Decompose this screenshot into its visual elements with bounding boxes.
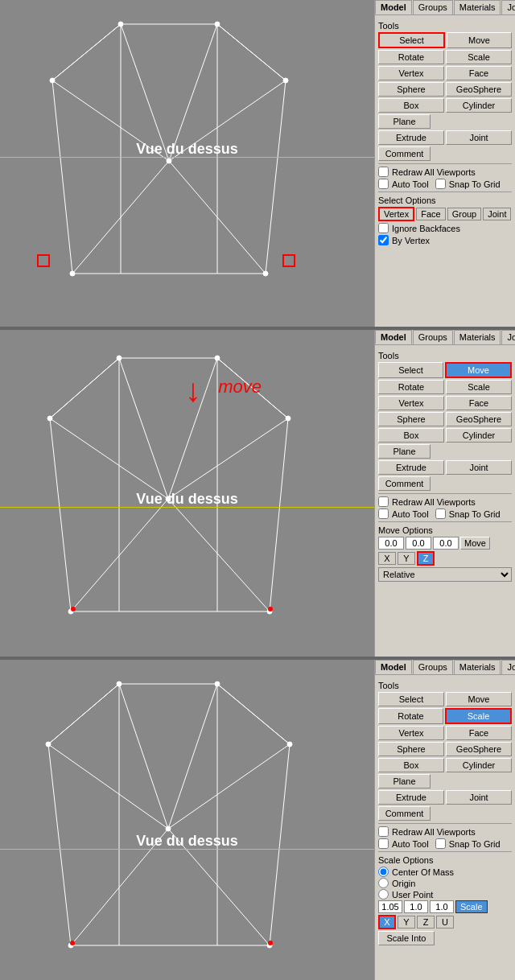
- y-axis-btn[interactable]: Y: [398, 552, 415, 565]
- tab-materials-1[interactable]: Materials: [454, 0, 501, 14]
- comment-btn-1[interactable]: Comment: [378, 146, 431, 161]
- autotool-check-3[interactable]: Auto Tool: [378, 838, 429, 849]
- relative-dropdown[interactable]: Relative: [378, 567, 512, 582]
- select-btn-2[interactable]: Select: [378, 362, 443, 378]
- sphere-btn-1[interactable]: Sphere: [378, 82, 444, 97]
- tab-model-3[interactable]: Model: [375, 660, 412, 674]
- tab-model-1[interactable]: Model: [375, 0, 412, 14]
- rotate-btn-3[interactable]: Rotate: [378, 708, 443, 724]
- joint-btn-3[interactable]: Joint: [446, 790, 512, 805]
- autotool-checkbox-1[interactable]: [378, 179, 389, 189]
- x-axis-btn[interactable]: X: [378, 552, 396, 565]
- cylinder-btn-2[interactable]: Cylinder: [446, 428, 512, 443]
- tab-groups-3[interactable]: Groups: [413, 660, 453, 674]
- by-vertex-1[interactable]: By Vertex: [378, 235, 512, 245]
- joint-btn-2[interactable]: Joint: [446, 460, 512, 475]
- x-scale-axis-btn[interactable]: X: [378, 915, 396, 929]
- extrude-btn-1[interactable]: Extrude: [378, 130, 444, 145]
- sphere-btn-3[interactable]: Sphere: [378, 742, 444, 756]
- move-btn-2[interactable]: Move: [445, 362, 512, 378]
- user-point-rb[interactable]: [378, 889, 389, 900]
- u-scale-axis-btn[interactable]: U: [436, 916, 454, 929]
- vertex-btn-1[interactable]: Vertex: [378, 66, 444, 80]
- geosphere-btn-3[interactable]: GeoSphere: [446, 742, 512, 756]
- joint-opt-btn-1[interactable]: Joint: [483, 208, 511, 220]
- move-y-input[interactable]: [406, 537, 431, 550]
- scale-btn-2[interactable]: Scale: [446, 380, 512, 394]
- tab-joints-2[interactable]: Joints: [501, 330, 515, 344]
- tab-materials-3[interactable]: Materials: [454, 660, 501, 674]
- z-axis-btn[interactable]: Z: [417, 551, 435, 566]
- face-btn-1[interactable]: Face: [446, 66, 512, 80]
- by-vertex-cb-1[interactable]: [378, 235, 389, 245]
- tab-joints-3[interactable]: Joints: [501, 660, 515, 674]
- redraw-check-3[interactable]: Redraw All Viewports: [378, 826, 512, 837]
- face-opt-btn-1[interactable]: Face: [416, 208, 445, 220]
- face-btn-2[interactable]: Face: [446, 396, 512, 410]
- scale-x-input[interactable]: [378, 900, 402, 913]
- plane-btn-3[interactable]: Plane: [378, 774, 431, 789]
- tab-materials-2[interactable]: Materials: [454, 330, 501, 344]
- scale-apply-btn[interactable]: Scale: [455, 900, 488, 913]
- scale-btn-3[interactable]: Scale: [445, 708, 512, 724]
- cylinder-btn-3[interactable]: Cylinder: [446, 758, 512, 772]
- snaptogrid-check-3[interactable]: Snap To Grid: [435, 838, 501, 849]
- extrude-btn-3[interactable]: Extrude: [378, 790, 444, 805]
- vertex-btn-3[interactable]: Vertex: [378, 726, 444, 740]
- center-of-mass-rb[interactable]: [378, 867, 389, 877]
- move-z-input[interactable]: [433, 537, 459, 550]
- move-btn-1[interactable]: Move: [447, 32, 512, 48]
- face-btn-3[interactable]: Face: [446, 726, 512, 740]
- redraw-checkbox-1[interactable]: [378, 167, 389, 177]
- plane-btn-1[interactable]: Plane: [378, 114, 431, 129]
- box-btn-2[interactable]: Box: [378, 428, 444, 443]
- origin-rb[interactable]: [378, 878, 389, 888]
- center-of-mass-radio[interactable]: Center Of Mass: [378, 867, 512, 877]
- autotool-checkbox-2[interactable]: [378, 509, 389, 519]
- group-opt-btn-1[interactable]: Group: [447, 208, 482, 220]
- snaptogrid-checkbox-3[interactable]: [435, 838, 446, 849]
- snaptogrid-check-2[interactable]: Snap To Grid: [435, 509, 501, 519]
- cylinder-btn-1[interactable]: Cylinder: [446, 98, 512, 113]
- snaptogrid-checkbox-1[interactable]: [435, 179, 446, 189]
- y-scale-axis-btn[interactable]: Y: [398, 916, 415, 929]
- ignore-backfaces-1[interactable]: Ignore Backfaces: [378, 223, 512, 233]
- box-btn-1[interactable]: Box: [378, 98, 444, 113]
- scale-btn-1[interactable]: Scale: [446, 50, 512, 64]
- tab-groups-1[interactable]: Groups: [413, 0, 453, 14]
- scale-z-input[interactable]: [430, 900, 454, 913]
- comment-btn-2[interactable]: Comment: [378, 476, 431, 491]
- redraw-check-2[interactable]: Redraw All Viewports: [378, 496, 512, 507]
- vertex-opt-btn-1[interactable]: Vertex: [378, 207, 414, 221]
- extrude-btn-2[interactable]: Extrude: [378, 460, 444, 475]
- tab-joints-1[interactable]: Joints: [501, 0, 515, 14]
- vertex-btn-2[interactable]: Vertex: [378, 396, 444, 410]
- redraw-check-1[interactable]: Redraw All Viewports: [378, 167, 512, 177]
- box-btn-3[interactable]: Box: [378, 758, 444, 772]
- move-apply-btn[interactable]: Move: [460, 537, 490, 550]
- autotool-check-1[interactable]: Auto Tool: [378, 179, 429, 189]
- redraw-checkbox-2[interactable]: [378, 496, 389, 507]
- autotool-checkbox-3[interactable]: [378, 838, 389, 849]
- sphere-btn-2[interactable]: Sphere: [378, 412, 444, 426]
- tab-groups-2[interactable]: Groups: [413, 330, 453, 344]
- move-x-input[interactable]: [378, 537, 404, 550]
- user-point-radio[interactable]: User Point: [378, 889, 512, 900]
- tab-model-2[interactable]: Model: [375, 330, 412, 344]
- plane-btn-2[interactable]: Plane: [378, 444, 431, 459]
- scale-into-btn[interactable]: Scale Into: [378, 931, 435, 945]
- rotate-btn-2[interactable]: Rotate: [378, 380, 444, 394]
- autotool-check-2[interactable]: Auto Tool: [378, 509, 429, 519]
- move-btn-3[interactable]: Move: [446, 692, 512, 706]
- geosphere-btn-1[interactable]: GeoSphere: [446, 82, 512, 97]
- rotate-btn-1[interactable]: Rotate: [378, 50, 444, 64]
- z-scale-axis-btn[interactable]: Z: [417, 916, 435, 929]
- snaptogrid-checkbox-2[interactable]: [435, 509, 446, 519]
- origin-radio[interactable]: Origin: [378, 878, 512, 888]
- select-btn-1[interactable]: Select: [378, 32, 445, 48]
- comment-btn-3[interactable]: Comment: [378, 806, 431, 821]
- geosphere-btn-2[interactable]: GeoSphere: [446, 412, 512, 426]
- ignore-backfaces-cb-1[interactable]: [378, 223, 389, 233]
- snaptogrid-check-1[interactable]: Snap To Grid: [435, 179, 501, 189]
- joint-btn-1[interactable]: Joint: [446, 130, 512, 145]
